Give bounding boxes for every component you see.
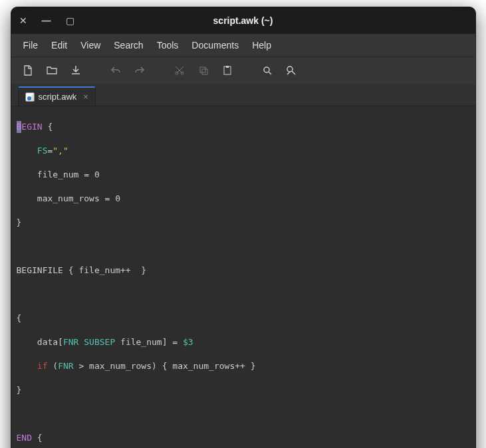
maximize-icon[interactable]: ▢: [66, 15, 74, 26]
redo-button[interactable]: [130, 61, 150, 80]
tabbar: script.awk ×: [11, 84, 475, 106]
window-controls: ✕ — ▢: [19, 15, 74, 26]
tab-script-awk[interactable]: script.awk ×: [18, 86, 96, 106]
file-icon: [25, 92, 35, 102]
search-button[interactable]: [257, 61, 277, 80]
menu-view[interactable]: View: [75, 38, 106, 53]
paste-button[interactable]: [217, 61, 237, 80]
code-editor[interactable]: BEGIN { FS="," file_num = 0 max_num_rows…: [11, 106, 475, 448]
save-button[interactable]: [66, 61, 86, 80]
cut-button[interactable]: [170, 61, 189, 80]
menu-search[interactable]: Search: [108, 38, 148, 53]
find-replace-button[interactable]: [281, 61, 301, 80]
svg-point-7: [287, 66, 293, 72]
copy-button[interactable]: [193, 61, 213, 80]
toolbar: [11, 56, 475, 84]
new-file-button[interactable]: [18, 61, 38, 80]
titlebar: ✕ — ▢ script.awk (~): [11, 7, 475, 34]
menu-file[interactable]: File: [18, 38, 44, 53]
undo-button[interactable]: [106, 61, 126, 80]
menubar: File Edit View Search Tools Documents He…: [11, 34, 475, 56]
minimize-icon[interactable]: —: [42, 15, 51, 26]
editor-window: ✕ — ▢ script.awk (~) File Edit View Sear…: [11, 7, 476, 448]
svg-rect-5: [226, 66, 229, 68]
svg-rect-2: [200, 67, 205, 72]
menu-edit[interactable]: Edit: [46, 38, 72, 53]
svg-rect-3: [202, 69, 207, 74]
menu-help[interactable]: Help: [247, 38, 277, 53]
tab-label: script.awk: [39, 92, 77, 102]
menu-documents[interactable]: Documents: [186, 38, 244, 53]
menu-tools[interactable]: Tools: [152, 38, 184, 53]
window-title: script.awk (~): [11, 15, 475, 26]
open-file-button[interactable]: [42, 61, 62, 80]
close-icon[interactable]: ✕: [19, 15, 27, 26]
svg-point-6: [264, 67, 269, 72]
tab-close-icon[interactable]: ×: [83, 92, 88, 102]
